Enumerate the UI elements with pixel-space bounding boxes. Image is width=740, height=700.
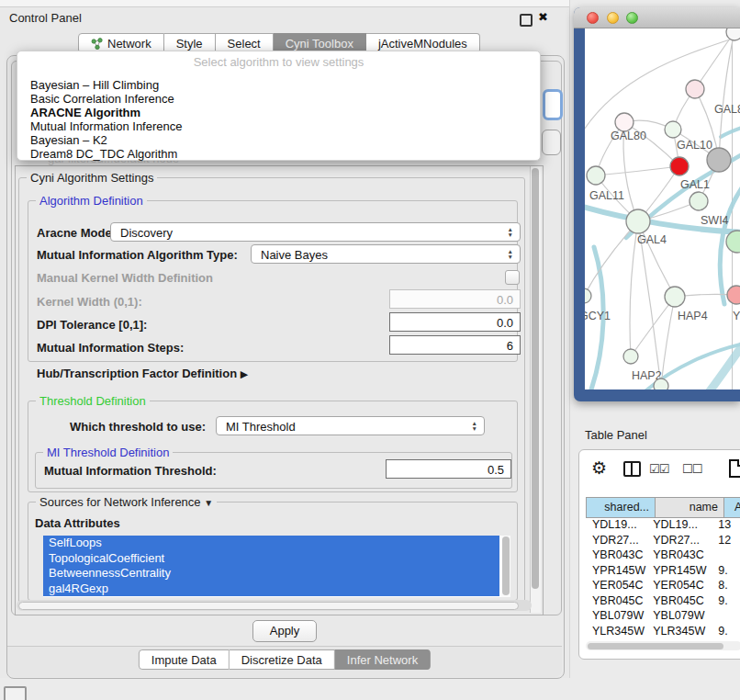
tab-infer-network-label: Infer Network [347,653,418,667]
network-node-label: Y [733,310,740,322]
column-header-name[interactable]: name [655,498,723,517]
table-panel-title: Table Panel [585,428,647,442]
hub-definition-label: Hub/Transcription Factor Definition [37,367,237,380]
network-node-label: GAL4 [637,233,667,246]
chevron-down-icon: ▼ [204,498,213,508]
settings-horizontal-scrollbar[interactable] [17,600,532,611]
float-window-icon[interactable] [520,14,533,27]
table-row[interactable]: YER054CYER054C8. [586,578,740,593]
network-node[interactable] [623,349,638,364]
which-threshold-label: Which threshold to use: [70,420,206,434]
network-node[interactable] [686,80,704,98]
dpi-tolerance-field[interactable]: 0.0 [389,312,521,332]
table-cell: 12 [708,533,740,548]
column-header-partial[interactable]: A [723,498,740,517]
table-row[interactable]: YDR27...YDR27...12 [586,533,740,548]
network-node[interactable] [670,157,689,175]
table-row[interactable]: YIL052CYIL052C9 [586,638,740,639]
table-panel: ⚙ ☑☑ ☐☐ shared... name A YDL19...YDL19..… [578,449,740,660]
tab-discretize-data[interactable]: Discretize Data [230,649,335,670]
kernel-width-field[interactable]: 0.0 [389,289,521,309]
sources-group-title[interactable]: Sources for Network Inference ▼ [36,495,217,509]
table-cell: YBR043C [646,548,708,563]
network-node[interactable] [626,209,650,233]
mi-algorithm-type-combo[interactable]: Naive Bayes ▲▼ [251,244,521,264]
network-node[interactable] [654,378,668,390]
settings-vertical-scrollbar[interactable] [530,166,541,613]
table-body: YDL19...YDL19...13YDR27...YDR27...12YBR0… [586,517,740,639]
attributes-list-scrollbar[interactable] [501,536,510,597]
tab-network-label: Network [107,37,151,51]
network-node[interactable] [727,286,740,304]
network-node[interactable] [726,28,740,40]
sources-title-text: Sources for Network Inference [39,495,201,509]
columns-icon[interactable] [623,461,641,477]
algorithm-option[interactable]: ARACNE Algorithm [17,106,540,119]
data-attribute-item[interactable]: BetweennessCentrality [43,566,499,581]
network-node[interactable] [665,287,685,307]
which-threshold-combo[interactable]: MI Threshold ▲▼ [216,416,485,435]
table-cell: YDL19... [646,517,708,533]
algorithm-option[interactable]: Bayesian – K2 [17,133,540,147]
table-cell: YIL052C [646,638,708,639]
network-node[interactable] [587,166,605,185]
tab-style-label: Style [176,37,203,51]
mi-steps-field[interactable]: 6 [389,335,521,355]
threshold-definition-title: Threshold Definition [36,394,150,408]
algorithm-dropdown-list: Bayesian – Hill ClimbingBasic Correlatio… [17,78,540,161]
hub-definition-toggle[interactable]: Hub/Transcription Factor Definition ▶ [37,367,248,380]
network-node[interactable] [585,288,591,303]
cyni-algorithm-settings-title: Cyni Algorithm Settings [27,171,157,185]
table-row[interactable]: YDL19...YDL19...13 [586,517,740,533]
mi-threshold-definition-title: MI Threshold Definition [43,446,173,459]
data-attribute-item[interactable]: TopologicalCoefficient [43,551,499,567]
deselect-all-checkboxes-icon[interactable]: ☐☐ [682,462,701,476]
table-row[interactable]: YLR345WYLR345W9. [586,624,740,639]
tab-discretize-data-label: Discretize Data [241,653,322,667]
network-canvas[interactable]: GAL8GAL80GAL10GAL1GAL11SWI4GAL4GCY1HAP4Y… [585,28,740,390]
select-all-checkboxes-icon[interactable]: ☑☑ [649,462,668,476]
network-icon [91,38,103,50]
network-node[interactable] [615,113,633,131]
minimize-traffic-light[interactable] [607,12,619,24]
gray-edges [585,32,740,386]
tab-cyni-toolbox-label: Cyni Toolbox [286,37,353,51]
aracne-mode-combo[interactable]: Discovery ▲▼ [110,222,521,242]
data-attribute-item[interactable]: gal4RGexp [43,581,499,597]
zoom-traffic-light[interactable] [626,12,638,24]
network-node-label: HAP4 [678,310,708,322]
column-header-shared-name[interactable]: shared... [587,498,655,517]
close-traffic-light[interactable] [587,12,599,24]
table-cell: YLR345W [646,624,708,639]
export-table-icon[interactable] [729,459,740,478]
table-cell: YPR145W [646,563,708,579]
data-attributes-list[interactable]: SelfLoopsTopologicalCoefficientBetweenne… [43,536,510,597]
data-attribute-item[interactable]: SelfLoops [43,536,499,551]
network-node-label: GAL1 [680,178,710,191]
focused-combo-fragment [543,89,563,120]
gear-icon[interactable]: ⚙ [591,457,607,479]
algorithm-option[interactable]: Dream8 DC_TDC Algorithm [17,147,540,161]
control-panel-title: Control Panel [9,11,82,25]
algorithm-option[interactable]: Mutual Information Inference [17,119,540,133]
tab-impute-data[interactable]: Impute Data [139,649,230,670]
table-row[interactable]: YPR145WYPR145W9. [586,563,740,579]
manual-kernel-width-checkbox[interactable] [505,270,520,285]
table-row[interactable]: YBL079WYBL079W [586,608,740,624]
tab-infer-network[interactable]: Infer Network [335,649,431,670]
table-row[interactable]: YBR043CYBR043C [586,548,740,563]
network-node[interactable] [707,148,731,172]
apply-button[interactable]: Apply [252,620,317,642]
network-node[interactable] [690,192,708,210]
algorithm-option[interactable]: Bayesian – Hill Climbing [17,78,540,92]
network-node-label: GAL8 [714,103,740,116]
table-horizontal-scrollbar[interactable] [586,641,740,650]
table-cell: YPR145W [586,563,646,579]
table-row[interactable]: YBR045CYBR045C9. [586,593,740,609]
network-node[interactable] [665,121,681,138]
collapsed-panel-button[interactable] [4,686,27,700]
close-icon[interactable]: ✖ [538,10,548,24]
mi-threshold-field[interactable]: 0.5 [386,459,511,479]
network-window-titlebar[interactable] [574,7,740,28]
algorithm-option[interactable]: Basic Correlation Inference [17,92,540,106]
